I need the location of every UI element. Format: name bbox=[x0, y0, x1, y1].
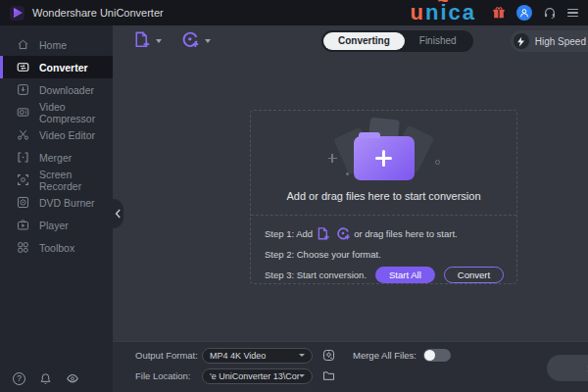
sidebar-item-video-editor[interactable]: Video Editor bbox=[0, 123, 113, 146]
toggle-knob bbox=[424, 350, 435, 361]
sidebar-item-label: Merger bbox=[39, 152, 72, 164]
downloader-icon bbox=[17, 83, 29, 96]
video-compressor-icon bbox=[17, 106, 29, 119]
dropzone-add-area[interactable]: Add or drag files here to start conversi… bbox=[251, 111, 516, 216]
sparkle-decoration bbox=[328, 154, 337, 163]
high-speed-button[interactable]: High Speed bbox=[511, 30, 588, 52]
sidebar-item-dvd-burner[interactable]: DVD Burner bbox=[0, 191, 113, 214]
step-1-row: Step 1: Add or drag files here to start. bbox=[265, 223, 516, 244]
screen-recorder-icon bbox=[17, 173, 29, 186]
sparkle-decoration bbox=[346, 172, 349, 175]
toolbox-icon bbox=[17, 241, 29, 254]
sidebar-item-label: Home bbox=[39, 39, 67, 51]
merge-all-files-label: Merge All Files: bbox=[353, 350, 416, 361]
merge-all-files-toggle[interactable] bbox=[423, 349, 451, 362]
brand-letter: u bbox=[410, 3, 424, 23]
sidebar-item-label: Converter bbox=[39, 62, 88, 74]
sidebar-item-merger[interactable]: Merger bbox=[0, 146, 113, 169]
sidebar-item-video-compressor[interactable]: Video Compressor bbox=[0, 101, 113, 123]
steps-panel: Step 1: Add or drag files here to start.… bbox=[251, 216, 516, 285]
sidebar-item-label: Screen Recorder bbox=[39, 169, 113, 192]
chevron-down-icon bbox=[299, 354, 305, 357]
sidebar-item-label: Video Editor bbox=[39, 129, 95, 141]
eye-icon[interactable] bbox=[66, 371, 79, 385]
sidebar-item-player[interactable]: Player bbox=[0, 214, 113, 236]
convert-button[interactable]: Convert bbox=[444, 267, 504, 283]
sparkle-decoration bbox=[435, 160, 440, 165]
file-location-label: File Location: bbox=[135, 370, 200, 381]
brand-letter: i~ bbox=[440, 3, 448, 23]
brand-letter: c bbox=[449, 3, 463, 23]
start-all-button[interactable]: Start All bbox=[375, 267, 435, 283]
load-dvd-button[interactable] bbox=[181, 30, 211, 49]
format-settings-icon[interactable] bbox=[322, 349, 335, 362]
output-format-select[interactable]: MP4 4K Video bbox=[202, 348, 313, 364]
tab-finished[interactable]: Finished bbox=[405, 32, 471, 50]
dropdown-caret-icon bbox=[205, 39, 211, 43]
dropdown-caret-icon bbox=[156, 39, 162, 43]
converter-icon bbox=[17, 61, 29, 74]
output-format-value: MP4 4K Video bbox=[210, 351, 266, 361]
sidebar-item-converter[interactable]: Converter bbox=[0, 56, 113, 78]
help-icon[interactable]: ? bbox=[13, 372, 25, 385]
output-format-label: Output Format: bbox=[135, 350, 200, 361]
merger-icon bbox=[17, 151, 29, 164]
sidebar-item-label: Downloader bbox=[39, 84, 94, 96]
sidebar-footer: ? bbox=[13, 371, 79, 385]
app-logo-icon bbox=[10, 6, 24, 21]
sidebar-item-label: DVD Burner bbox=[39, 197, 95, 209]
menu-icon[interactable] bbox=[567, 9, 578, 18]
file-location-value: 'e UniConverter 13\Converted bbox=[210, 371, 299, 381]
add-file-icon[interactable] bbox=[316, 226, 330, 241]
tab-group: Converting Finished bbox=[321, 30, 473, 52]
dropzone: Add or drag files here to start conversi… bbox=[250, 110, 517, 284]
sidebar-item-screen-recorder[interactable]: Screen Recorder bbox=[0, 169, 113, 191]
brand-tilde: ~ bbox=[437, 0, 448, 11]
add-files-button[interactable] bbox=[132, 30, 162, 49]
tab-converting[interactable]: Converting bbox=[323, 32, 405, 50]
add-disc-icon bbox=[181, 30, 200, 49]
step-2-text: Step 2: Choose your format. bbox=[265, 249, 381, 260]
folder-icon[interactable] bbox=[322, 369, 335, 382]
sidebar-item-label: Toolbox bbox=[39, 242, 74, 254]
account-icon[interactable] bbox=[516, 5, 532, 21]
folder-plus-icon bbox=[354, 136, 415, 180]
chevron-down-icon bbox=[299, 374, 305, 377]
lightning-icon bbox=[514, 33, 529, 49]
collapse-sidebar-handle[interactable] bbox=[113, 199, 123, 228]
dropzone-text: Add or drag files here to start conversi… bbox=[286, 190, 480, 202]
step-3-text: Step 3: Start conversion. bbox=[265, 270, 367, 280]
brand-letter: a bbox=[463, 3, 476, 23]
uniconverter-window: Wondershare UniConverter u n i~ c a bbox=[0, 0, 588, 392]
home-icon bbox=[17, 38, 29, 51]
step-2-row: Step 2: Choose your format. bbox=[265, 244, 516, 265]
scissors-icon bbox=[17, 128, 29, 141]
step-1-suffix: or drag files here to start. bbox=[354, 228, 458, 239]
player-icon bbox=[17, 219, 29, 231]
sidebar: Home Converter Downloader Video Compress… bbox=[0, 25, 113, 392]
sidebar-item-label: Video Compressor bbox=[39, 101, 113, 124]
sidebar-item-toolbox[interactable]: Toolbox bbox=[0, 236, 113, 259]
file-location-select[interactable]: 'e UniConverter 13\Converted bbox=[202, 368, 313, 384]
plus-icon bbox=[375, 150, 392, 167]
step-3-row: Step 3: Start conversion. Start All Conv… bbox=[265, 265, 516, 285]
gift-icon[interactable] bbox=[492, 6, 506, 20]
chevron-left-icon bbox=[115, 209, 122, 219]
main-toolbar bbox=[132, 30, 211, 49]
sidebar-item-home[interactable]: Home bbox=[0, 33, 113, 56]
sidebar-item-label: Player bbox=[39, 220, 69, 231]
unica-logo: u n i~ c a bbox=[410, 3, 476, 23]
add-disc-icon[interactable] bbox=[336, 226, 351, 241]
disc-icon bbox=[17, 196, 29, 209]
start-all-button-main[interactable]: Start All bbox=[547, 355, 588, 381]
app-title: Wondershare UniConverter bbox=[32, 7, 164, 19]
bell-icon[interactable] bbox=[39, 372, 52, 385]
add-file-icon bbox=[132, 30, 151, 49]
bottom-bar: Output Format: MP4 4K Video Merge All Fi… bbox=[113, 341, 588, 392]
step-1-prefix: Step 1: Add bbox=[265, 228, 313, 239]
titlebar: Wondershare UniConverter u n i~ c a bbox=[0, 0, 588, 25]
sidebar-item-downloader[interactable]: Downloader bbox=[0, 78, 113, 101]
folder-illustration bbox=[320, 119, 448, 180]
high-speed-label: High Speed bbox=[535, 36, 586, 47]
headset-icon[interactable] bbox=[543, 6, 557, 20]
